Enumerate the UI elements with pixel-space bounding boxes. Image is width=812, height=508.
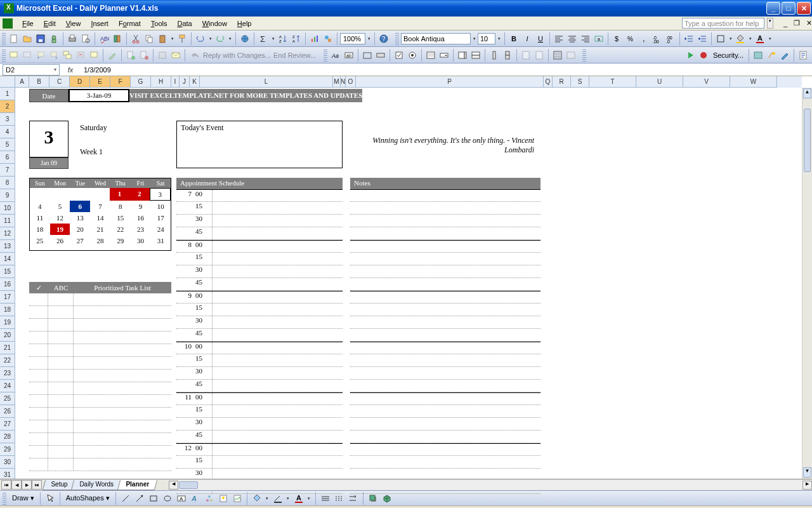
appt-row[interactable]: 30 (176, 316, 343, 329)
formula-input[interactable] (81, 64, 812, 76)
col-header-F[interactable]: F (110, 76, 131, 88)
design-mode-button[interactable] (778, 49, 791, 62)
menu-window[interactable]: Window (198, 18, 232, 29)
cal-day[interactable]: 1 (110, 188, 129, 201)
protect-workbook-button[interactable] (138, 49, 150, 62)
select-all-corner[interactable] (0, 76, 15, 88)
appt-row[interactable]: 1100 (176, 392, 343, 405)
reply-changes-label[interactable]: Reply with Changes... (203, 51, 271, 59)
cal-day[interactable]: 22 (110, 224, 131, 235)
combobox-button[interactable] (438, 49, 450, 62)
properties-button[interactable] (520, 49, 532, 62)
row-header-9[interactable]: 9 (0, 189, 15, 202)
appt-row[interactable]: 15 (176, 405, 343, 418)
row-header-23[interactable]: 23 (0, 367, 15, 380)
next-comment-button[interactable] (48, 49, 60, 62)
zoom-input[interactable] (340, 33, 365, 44)
col-header-T[interactable]: T (589, 76, 636, 88)
cal-day[interactable]: 15 (110, 212, 131, 224)
tab-nav-next[interactable]: ▶ (22, 480, 32, 490)
task-row[interactable] (29, 458, 171, 471)
combo-drop-button[interactable] (469, 49, 482, 62)
row-header-14[interactable]: 14 (0, 253, 15, 265)
notes-row[interactable] (350, 456, 540, 469)
sheet-tab-daily-words[interactable]: Daily Words (71, 480, 122, 490)
font-color-button[interactable]: A (754, 32, 766, 45)
row-header-4[interactable]: 4 (0, 126, 15, 138)
script-editor-button[interactable] (797, 49, 809, 62)
cal-day[interactable]: 25 (30, 235, 50, 246)
col-header-U[interactable]: U (636, 76, 683, 88)
task-row[interactable] (29, 344, 171, 357)
row-header-12[interactable]: 12 (0, 227, 15, 240)
notes-row[interactable] (350, 202, 540, 215)
fontsize-dropdown[interactable]: ▾ (496, 32, 502, 45)
cal-day[interactable]: 19 (50, 224, 70, 235)
cal-day[interactable] (70, 188, 89, 201)
rectangle-button[interactable] (147, 492, 160, 505)
percent-button[interactable]: % (624, 32, 637, 45)
run-macro-button[interactable] (684, 49, 697, 62)
notes-row[interactable] (350, 189, 540, 202)
scroll-down-button[interactable]: ▼ (803, 467, 811, 478)
print-preview-button[interactable] (79, 32, 92, 45)
combo-list-button[interactable] (456, 49, 469, 62)
code-button[interactable] (533, 49, 546, 62)
underline-button[interactable]: U (534, 32, 547, 45)
task-row[interactable] (29, 446, 171, 458)
autoshapes-menu[interactable]: AutoShapes ▾ (63, 494, 112, 502)
cal-day[interactable]: 29 (110, 235, 131, 246)
end-review-label[interactable]: End Review... (273, 51, 316, 59)
font-name-input[interactable] (401, 33, 471, 44)
open-button[interactable] (21, 32, 34, 45)
col-header-P[interactable]: P (356, 76, 544, 88)
cal-day[interactable] (89, 188, 109, 201)
cal-day[interactable]: 9 (131, 201, 151, 212)
new-button[interactable] (8, 32, 20, 45)
align-left-button[interactable] (553, 32, 565, 45)
cal-day[interactable] (49, 188, 69, 201)
menu-edit[interactable]: Edit (39, 18, 60, 29)
help-dropdown[interactable]: ▾ (767, 18, 773, 29)
fill-color-button[interactable] (734, 32, 747, 45)
col-header-Q[interactable]: Q (544, 76, 553, 88)
bold-button[interactable]: B (508, 32, 520, 45)
row-header-15[interactable]: 15 (0, 265, 15, 278)
undo-dropdown[interactable]: ▾ (207, 32, 213, 45)
cal-day[interactable] (30, 188, 49, 201)
col-header-I[interactable]: I (171, 76, 180, 88)
scroll-up-button[interactable]: ▲ (803, 88, 811, 98)
oval-button[interactable] (161, 492, 174, 505)
row-header-1[interactable]: 1 (0, 88, 15, 100)
cal-day[interactable]: 10 (150, 201, 171, 212)
line-button[interactable] (119, 492, 132, 505)
appt-row[interactable]: 30 (176, 418, 343, 431)
row-header-5[interactable]: 5 (0, 138, 15, 151)
paste-button[interactable] (156, 32, 169, 45)
cells-area[interactable]: Date3-Jan-09VISIT EXCELTEMPLATE.NET FOR … (15, 88, 802, 479)
currency-button[interactable]: $ (611, 32, 624, 45)
button-button[interactable] (374, 49, 387, 62)
increase-decimal-button[interactable]: .0.00 (651, 32, 664, 45)
row-header-6[interactable]: 6 (0, 151, 15, 164)
appt-row[interactable]: 45 (176, 380, 343, 392)
update-file-button[interactable] (156, 49, 169, 62)
option-button[interactable] (406, 49, 419, 62)
menu-tools[interactable]: Tools (147, 18, 172, 29)
today-event-box[interactable]: Today's Event (176, 121, 343, 168)
row-header-26[interactable]: 26 (0, 405, 15, 418)
notes-row[interactable] (350, 227, 540, 240)
prev-comment-button[interactable] (34, 49, 47, 62)
task-row[interactable] (29, 382, 171, 395)
cal-day[interactable]: 31 (150, 235, 171, 246)
row-header-22[interactable]: 22 (0, 354, 15, 367)
col-header-S[interactable]: S (571, 76, 589, 88)
doc-restore[interactable]: ❐ (794, 19, 800, 27)
col-header-M[interactable]: M (333, 76, 341, 88)
task-row[interactable] (29, 331, 171, 344)
row-header-8[interactable]: 8 (0, 177, 15, 189)
group-box-button[interactable] (361, 49, 374, 62)
decrease-indent-button[interactable] (683, 32, 695, 45)
notes-row[interactable] (350, 215, 540, 227)
appt-row[interactable]: 900 (176, 291, 343, 304)
